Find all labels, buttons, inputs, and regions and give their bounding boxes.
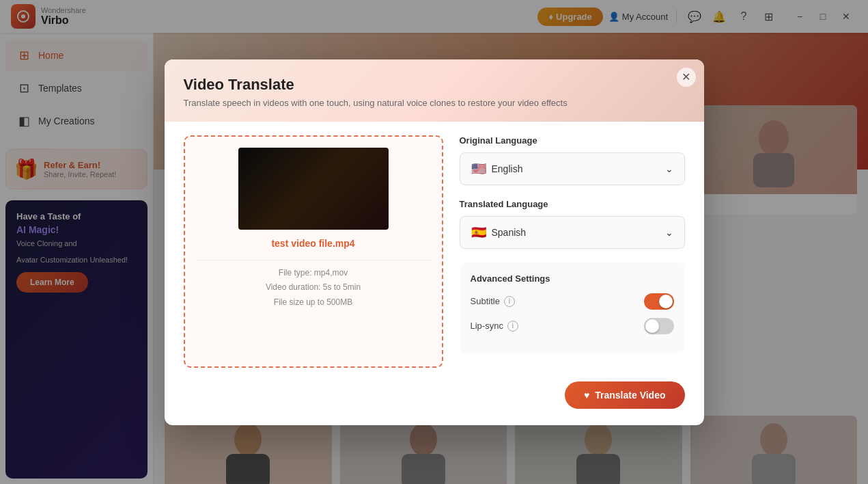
file-separator	[196, 260, 431, 260]
lipsync-label: Lip-sync	[471, 321, 503, 331]
modal-overlay[interactable]: Video Translate Translate speech in vide…	[0, 0, 868, 484]
advanced-settings-section: Advanced Settings Subtitle i	[460, 263, 685, 353]
lipsync-toggle-row: Lip-sync i	[471, 318, 674, 334]
advanced-settings-title: Advanced Settings	[471, 273, 674, 284]
modal-subtitle: Translate speech in videos with one touc…	[184, 98, 685, 108]
translated-language-section: Translated Language 🇪🇸 Spanish ⌄	[460, 199, 685, 249]
video-duration: Video duration: 5s to 5min	[266, 280, 361, 295]
settings-area: Original Language 🇺🇸 English ⌄ Translate…	[460, 135, 685, 368]
modal-title: Video Translate	[184, 76, 685, 94]
file-size: File size up to 500MB	[266, 295, 361, 310]
original-language-select[interactable]: 🇺🇸 English ⌄	[460, 152, 685, 185]
translated-language-value: Spanish	[492, 227, 527, 238]
file-type: File type: mp4,mov	[266, 266, 361, 281]
subtitle-label: Subtitle	[471, 296, 500, 306]
translated-language-chevron: ⌄	[665, 227, 673, 238]
lipsync-toggle-knob	[645, 319, 659, 333]
subtitle-toggle-row: Subtitle i	[471, 293, 674, 310]
subtitle-toggle[interactable]	[644, 293, 674, 310]
original-language-select-left: 🇺🇸 English	[471, 161, 523, 176]
file-name: test video file.mp4	[271, 238, 354, 249]
translated-language-select-left: 🇪🇸 Spanish	[471, 225, 527, 240]
original-language-value: English	[492, 163, 523, 174]
original-language-section: Original Language 🇺🇸 English ⌄	[460, 135, 685, 185]
close-icon: ✕	[682, 70, 690, 83]
subtitle-toggle-knob	[659, 295, 673, 308]
english-flag: 🇺🇸	[471, 161, 486, 176]
translate-video-button[interactable]: ♥ Translate Video	[565, 381, 685, 409]
video-preview	[238, 148, 389, 230]
original-language-label: Original Language	[460, 135, 685, 146]
translated-language-label: Translated Language	[460, 199, 685, 209]
modal-header: Video Translate Translate speech in vide…	[165, 59, 704, 122]
modal-body: test video file.mp4 File type: mp4,mov V…	[165, 122, 704, 381]
translate-heart-icon: ♥	[584, 390, 589, 401]
subtitle-label-group: Subtitle i	[471, 296, 515, 307]
video-translate-modal: Video Translate Translate speech in vide…	[165, 59, 704, 425]
translated-language-select[interactable]: 🇪🇸 Spanish ⌄	[460, 216, 685, 249]
spanish-flag: 🇪🇸	[471, 225, 486, 240]
lipsync-info-icon[interactable]: i	[507, 321, 518, 332]
lipsync-toggle[interactable]	[644, 318, 674, 334]
video-preview-inner	[238, 148, 389, 230]
modal-close-button[interactable]: ✕	[677, 68, 696, 87]
translate-video-label: Translate Video	[595, 390, 665, 401]
lipsync-label-group: Lip-sync i	[471, 321, 518, 332]
subtitle-info-icon[interactable]: i	[504, 296, 515, 307]
original-language-chevron: ⌄	[665, 163, 673, 174]
file-info: File type: mp4,mov Video duration: 5s to…	[266, 266, 361, 310]
upload-area[interactable]: test video file.mp4 File type: mp4,mov V…	[184, 135, 443, 368]
modal-footer: ♥ Translate Video	[165, 381, 704, 425]
